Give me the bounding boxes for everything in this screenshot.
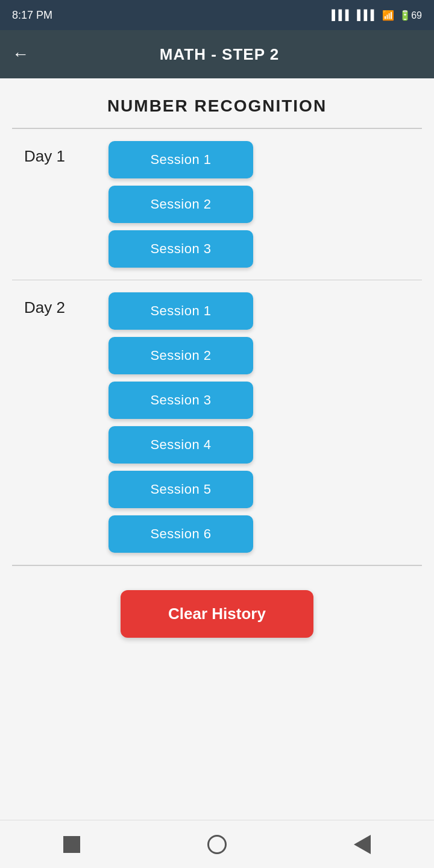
day2-session3-button[interactable]: Session 3 xyxy=(108,382,253,419)
day-1-sessions: Session 1 Session 2 Session 3 xyxy=(108,141,422,268)
status-bar: 8:17 PM ▌▌▌ ▌▌▌ 📶 🔋69 xyxy=(0,0,434,30)
back-button[interactable]: ← xyxy=(12,45,29,64)
day2-session1-button[interactable]: Session 1 xyxy=(108,292,253,330)
home-icon xyxy=(207,835,227,854)
header-title: MATH - STEP 2 xyxy=(41,45,398,64)
clear-history-button[interactable]: Clear History xyxy=(121,590,313,638)
status-time: 8:17 PM xyxy=(12,9,52,22)
status-bar-right: ▌▌▌ ▌▌▌ 📶 🔋69 xyxy=(332,10,422,21)
signal-icon: ▌▌▌ xyxy=(332,10,352,20)
day2-session6-button[interactable]: Session 6 xyxy=(108,515,253,553)
nav-back-button[interactable] xyxy=(354,835,371,854)
nav-bar xyxy=(0,820,434,868)
section-title: NUMBER RECOGNITION xyxy=(0,78,434,128)
day1-session3-button[interactable]: Session 3 xyxy=(108,230,253,268)
day-1-row: Day 1 Session 1 Session 2 Session 3 xyxy=(0,129,434,280)
header: ← MATH - STEP 2 xyxy=(0,30,434,78)
day-1-label: Day 1 xyxy=(24,141,96,166)
clear-history-wrap: Clear History xyxy=(0,566,434,656)
nav-stop-button[interactable] xyxy=(63,836,80,853)
content-area: NUMBER RECOGNITION Day 1 Session 1 Sessi… xyxy=(0,78,434,820)
day1-session1-button[interactable]: Session 1 xyxy=(108,141,253,178)
day2-session5-button[interactable]: Session 5 xyxy=(108,471,253,508)
day-2-sessions: Session 1 Session 2 Session 3 Session 4 … xyxy=(108,292,422,553)
day1-session2-button[interactable]: Session 2 xyxy=(108,186,253,223)
wifi-icon: 📶 xyxy=(382,10,394,21)
day2-session4-button[interactable]: Session 4 xyxy=(108,426,253,464)
day2-session2-button[interactable]: Session 2 xyxy=(108,337,253,374)
day-2-label: Day 2 xyxy=(24,292,96,317)
stop-icon xyxy=(63,836,80,853)
signal2-icon: ▌▌▌ xyxy=(357,10,377,20)
day-2-row: Day 2 Session 1 Session 2 Session 3 Sess… xyxy=(0,280,434,565)
battery-icon: 🔋69 xyxy=(399,10,422,21)
nav-home-button[interactable] xyxy=(207,835,227,854)
back-icon xyxy=(354,835,371,854)
